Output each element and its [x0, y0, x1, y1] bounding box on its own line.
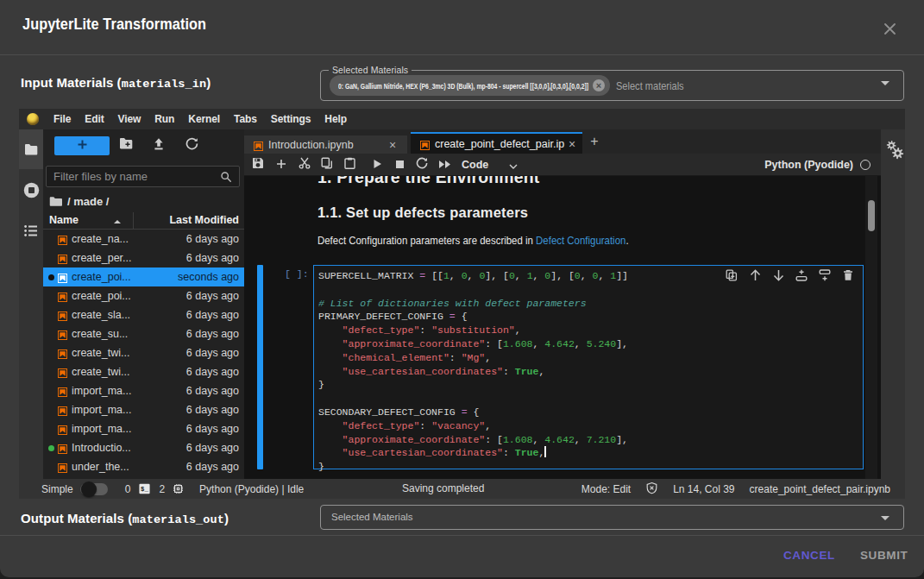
running-sessions-tab[interactable]: [19, 170, 43, 210]
table-of-contents-tab[interactable]: [19, 211, 43, 250]
tab-close-icon[interactable]: ×: [387, 138, 399, 152]
cell-type-caret-icon[interactable]: [509, 157, 518, 173]
file-name: create_twi...: [72, 366, 129, 378]
cell-collapser[interactable]: [257, 265, 263, 469]
file-row[interactable]: import_ma...6 days ago: [43, 400, 244, 419]
code-line: # List of dictionaries with defect param…: [318, 297, 861, 311]
tab-close-icon[interactable]: ×: [566, 137, 578, 151]
file-name: import_ma...: [72, 423, 131, 435]
code-line: "chemical_element": "Mg",: [318, 351, 861, 365]
file-row[interactable]: create_su...6 days ago: [43, 324, 244, 343]
file-name: create_poi...: [72, 290, 131, 302]
kernel-status-icon[interactable]: [860, 160, 871, 170]
cut-icon: [299, 157, 311, 173]
breadcrumb[interactable]: / made /: [49, 192, 109, 211]
menu-view[interactable]: View: [111, 113, 148, 125]
file-row[interactable]: create_twi...6 days ago: [43, 362, 244, 381]
file-modified: 6 days ago: [186, 423, 239, 435]
simple-mode-toggle[interactable]: [80, 483, 108, 495]
code-line: PRIMARY_DEFECT_CONFIG = {: [318, 310, 861, 324]
tab-introduction[interactable]: Introduction.ipynb ×: [244, 135, 407, 154]
input-materials-select[interactable]: Selected Materials 0: GaN, Gallium Nitri…: [320, 65, 904, 101]
run-cell-button[interactable]: [367, 154, 387, 175]
move-cell-down-button[interactable]: [772, 271, 784, 283]
file-modified: 6 days ago: [186, 233, 239, 245]
file-row[interactable]: create_na...6 days ago: [43, 230, 244, 249]
trust-icon[interactable]: [645, 481, 658, 497]
cut-cell-button[interactable]: [294, 154, 315, 175]
upload-button[interactable]: [148, 134, 170, 156]
menu-edit[interactable]: Edit: [78, 113, 110, 125]
refresh-button[interactable]: [180, 134, 203, 156]
simple-mode-label: Simple: [41, 483, 73, 495]
file-row[interactable]: Introductio...6 days ago: [43, 438, 244, 457]
menu-settings[interactable]: Settings: [264, 113, 318, 125]
file-row[interactable]: import_ma...6 days ago: [43, 381, 244, 400]
cancel-button[interactable]: CANCEL: [783, 549, 835, 562]
new-tab-button[interactable]: +: [582, 129, 607, 154]
duplicate-cell-button[interactable]: [726, 271, 738, 283]
interrupt-kernel-button[interactable]: [389, 154, 410, 175]
file-name: create_su...: [72, 328, 128, 340]
code-line: "defect_type": "substitution",: [318, 324, 861, 337]
cell-type-select[interactable]: Code: [462, 159, 488, 171]
save-button[interactable]: [248, 154, 268, 175]
insert-cell-below-button[interactable]: [819, 271, 831, 283]
delete-cell-button[interactable]: [842, 271, 854, 283]
notebook-scrollbar-thumb[interactable]: [868, 200, 875, 231]
tab-create-point-defect-pair[interactable]: create_point_defect_pair.ip ×: [411, 132, 582, 154]
dialog-close-button[interactable]: [879, 18, 900, 39]
menu-run[interactable]: Run: [148, 113, 181, 125]
move-cell-up-button[interactable]: [749, 271, 761, 283]
paste-cell-button[interactable]: [339, 154, 360, 175]
restart-run-all-button[interactable]: [434, 154, 455, 175]
file-row[interactable]: under_the...6 days ago: [43, 457, 244, 476]
file-row[interactable]: import_ma...6 days ago: [43, 419, 244, 438]
kernels-count[interactable]: 2: [159, 483, 165, 495]
kernel-name[interactable]: Python (Pyodide): [764, 159, 853, 171]
cursor-position[interactable]: Ln 14, Col 39: [673, 483, 734, 495]
filter-files-input[interactable]: Filter files by name: [46, 166, 240, 187]
folder-icon: [24, 143, 38, 155]
column-name[interactable]: Name: [49, 214, 79, 226]
code-editor[interactable]: SUPERCELL_MATRIX = [[1, 0, 0], [0, 1, 0]…: [318, 269, 861, 467]
menu-kernel[interactable]: Kernel: [181, 113, 227, 125]
kernel-icon[interactable]: [173, 483, 184, 494]
input-select-label: Selected Materials: [329, 65, 412, 75]
code-cell[interactable]: SUPERCELL_MATRIX = [[1, 0, 0], [0, 1, 0]…: [313, 265, 864, 469]
restart-icon: [416, 157, 428, 173]
file-row[interactable]: create_sla...6 days ago: [43, 305, 244, 324]
arrUp-icon: [750, 269, 761, 285]
terminal-icon[interactable]: $_: [139, 483, 150, 494]
mode-indicator[interactable]: Mode: Edit: [581, 483, 631, 495]
file-browser-tab[interactable]: [19, 129, 43, 169]
output-materials-select[interactable]: Selected Materials: [320, 505, 904, 530]
file-row[interactable]: create_per...6 days ago: [43, 249, 244, 267]
menu-tabs[interactable]: Tabs: [227, 113, 264, 125]
notebook-tab-icon: [253, 140, 263, 150]
file-row[interactable]: create_poi...6 days ago: [43, 286, 244, 305]
kernel-status[interactable]: Python (Pyodide) | Idle: [199, 483, 304, 495]
copy-cell-button[interactable]: [317, 154, 337, 175]
dup-icon: [726, 269, 738, 285]
insert-cell-button[interactable]: [271, 154, 292, 175]
file-modified: 6 days ago: [186, 442, 239, 454]
file-modified: 6 days ago: [186, 290, 239, 302]
submit-button[interactable]: SUBMIT: [860, 549, 908, 562]
material-chip[interactable]: 0: GaN, Gallium Nitride, HEX (P6_3mc) 3D…: [330, 75, 610, 96]
insert-cell-above-button[interactable]: [795, 271, 808, 283]
chip-delete-icon[interactable]: ×: [593, 79, 605, 91]
property-inspector-tab[interactable]: [886, 141, 904, 163]
new-launcher-button[interactable]: [54, 136, 110, 155]
menu-file[interactable]: File: [47, 113, 78, 125]
file-row[interactable]: create_poi...seconds ago: [43, 267, 244, 286]
terminals-count[interactable]: 0: [125, 483, 131, 495]
defect-configuration-link[interactable]: Defect Configuration: [536, 234, 625, 247]
dialog-title: JupyterLite Transformation: [22, 16, 206, 34]
column-last-modified[interactable]: Last Modified: [169, 214, 239, 226]
notebook-content: 1. Prepare the Environment 1.1. Set up d…: [244, 176, 881, 479]
file-row[interactable]: create_twi...6 days ago: [43, 343, 244, 362]
restart-kernel-button[interactable]: [412, 154, 432, 175]
menu-help[interactable]: Help: [317, 113, 354, 125]
new-folder-button[interactable]: [115, 134, 137, 156]
